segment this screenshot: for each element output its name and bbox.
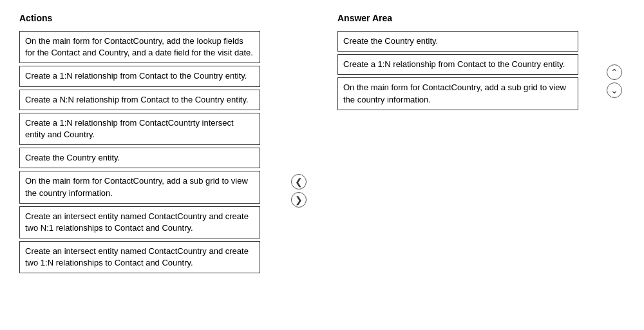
action-item[interactable]: On the main form for ContactCountry, add… <box>19 31 260 63</box>
action-item[interactable]: Create the Country entity. <box>19 148 260 168</box>
move-up-button[interactable]: ⌃ <box>607 64 622 80</box>
action-item[interactable]: Create a N:N relationship from Contact t… <box>19 90 260 110</box>
actions-title: Actions <box>19 13 260 23</box>
transfer-buttons-container: ❮ ❯ <box>286 64 312 317</box>
answer-column: Answer Area Create the Country entity.Cr… <box>337 13 578 317</box>
answer-item[interactable]: Create the Country entity. <box>337 31 578 52</box>
actions-list: On the main form for ContactCountry, add… <box>19 31 260 273</box>
move-left-button[interactable]: ❮ <box>291 174 307 189</box>
move-down-button[interactable]: ⌄ <box>607 82 622 98</box>
action-item[interactable]: Create an intersect entity named Contact… <box>19 206 260 238</box>
answer-list: Create the Country entity.Create a 1:N r… <box>337 31 578 110</box>
move-right-button[interactable]: ❯ <box>291 192 307 208</box>
action-item[interactable]: On the main form for ContactCountry, add… <box>19 171 260 203</box>
action-item[interactable]: Create a 1:N relationship from Contact t… <box>19 66 260 86</box>
main-container: Actions On the main form for ContactCoun… <box>0 0 644 330</box>
actions-column: Actions On the main form for ContactCoun… <box>19 13 260 317</box>
answer-item[interactable]: Create a 1:N relationship from Contact t… <box>337 54 578 75</box>
order-buttons-container: ⌃ ⌄ <box>604 64 625 317</box>
action-item[interactable]: Create an intersect entity named Contact… <box>19 241 260 273</box>
action-item[interactable]: Create a 1:N relationship from ContactCo… <box>19 113 260 145</box>
answer-item[interactable]: On the main form for ContactCountry, add… <box>337 77 578 110</box>
answer-title: Answer Area <box>337 13 578 23</box>
